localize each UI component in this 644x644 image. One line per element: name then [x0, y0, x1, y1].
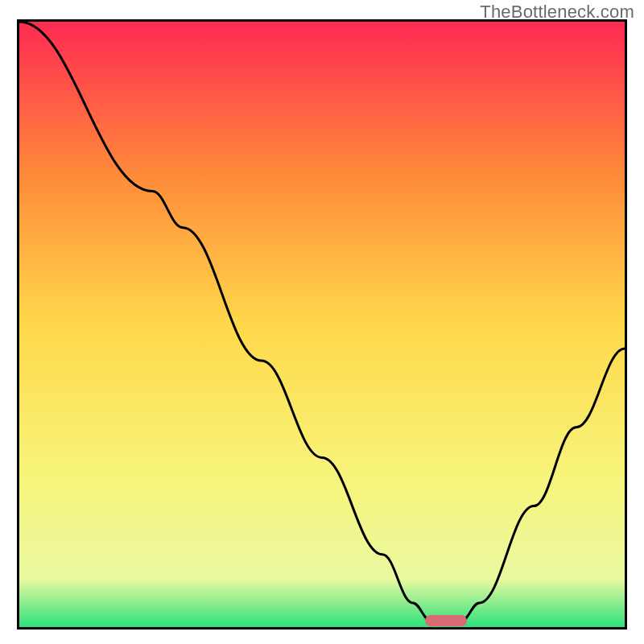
- bottleneck-curve: [19, 22, 625, 627]
- optimal-range-marker: [425, 615, 468, 626]
- chart-plot-area: [17, 19, 627, 630]
